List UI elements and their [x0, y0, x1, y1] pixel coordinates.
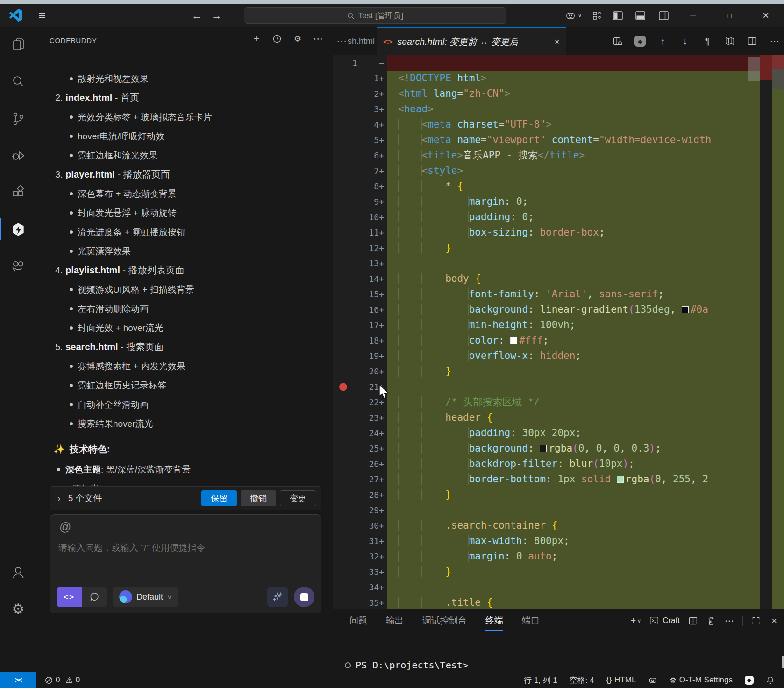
map-icon[interactable] — [724, 36, 735, 47]
tab-search-html-diff[interactable]: <> search.html: 变更前 ↔ 变更后 × — [377, 27, 566, 55]
toggle-sidebar-left-icon[interactable] — [607, 4, 628, 27]
code-line-content[interactable]: min-height: 100vh; — [387, 317, 784, 333]
search-sidebar-icon[interactable] — [0, 67, 36, 97]
editor-scrollbar-thumb[interactable] — [748, 57, 760, 81]
line-number-gutter[interactable]: 13+ — [333, 256, 387, 271]
open-preview-icon[interactable] — [612, 36, 623, 47]
code-line-content[interactable]: body { — [387, 271, 784, 287]
code-line-content[interactable]: .title { — [387, 595, 784, 609]
codebuddy-sidebar-icon[interactable] — [0, 215, 36, 244]
maximize-button[interactable]: □ — [711, 4, 748, 27]
code-line-content[interactable]: background: rgba(0, 0, 0, 0.3); — [387, 441, 784, 456]
line-number-gutter[interactable]: 1− — [333, 55, 387, 71]
chat-input-card[interactable]: @ 请输入问题，或输入 "/" 使用便捷指令 <> Default ∨ — [50, 514, 321, 613]
more-actions-icon[interactable]: ⋯ — [312, 33, 324, 45]
code-line-content[interactable]: <head> — [387, 101, 784, 117]
line-number-gutter[interactable]: 3+ — [333, 101, 387, 117]
panel-tab-problems[interactable]: 问题 — [349, 609, 367, 632]
code-line-content[interactable]: } — [387, 487, 784, 502]
undo-button[interactable]: 撤销 — [241, 490, 276, 506]
code-line-content[interactable]: } — [387, 364, 784, 379]
line-number-gutter[interactable]: 23+ — [333, 410, 387, 425]
notifications-bell-icon[interactable] — [766, 676, 775, 685]
otm-settings-status[interactable]: ⚙ O-T-M Settings — [670, 675, 733, 685]
more-actions-icon[interactable]: ⋯ — [769, 36, 780, 47]
menu-icon[interactable]: ≡ — [35, 8, 50, 23]
line-number-gutter[interactable]: 20+ — [333, 364, 387, 379]
code-line-content[interactable]: color: #fff; — [387, 333, 784, 348]
terminal-prompt-line[interactable]: PS D:\projects\Test> — [345, 659, 468, 671]
code-line-content[interactable]: backdrop-filter: blur(10px); — [387, 456, 784, 472]
tab-overflow-icon[interactable]: ⋯ — [335, 27, 349, 55]
code-line-content[interactable]: background: linear-gradient(135deg, #0a — [387, 302, 784, 317]
code-line-content[interactable]: .search-container { — [387, 518, 784, 533]
code-line-content[interactable]: max-width: 800px; — [387, 533, 784, 549]
kill-terminal-icon[interactable] — [706, 615, 716, 626]
code-line-content[interactable]: } — [387, 564, 784, 580]
close-tab-icon[interactable]: × — [554, 36, 560, 47]
source-control-icon[interactable] — [0, 104, 36, 134]
forward-icon[interactable]: → — [208, 7, 224, 23]
code-line-content[interactable] — [387, 256, 784, 271]
code-mode-button[interactable]: <> — [57, 587, 82, 607]
new-chat-icon[interactable]: + — [250, 33, 263, 45]
code-line-content[interactable]: <html lang="zh-CN"> — [387, 86, 784, 101]
keep-button[interactable]: 保留 — [201, 490, 237, 506]
code-line-content[interactable]: header { — [387, 410, 784, 425]
chevron-right-icon[interactable]: › — [57, 493, 61, 504]
line-number-gutter[interactable]: 4+ — [333, 117, 387, 132]
explorer-icon[interactable] — [0, 30, 36, 60]
line-number-gutter[interactable]: 35+ — [333, 595, 387, 609]
stop-button[interactable] — [294, 587, 314, 607]
line-number-gutter[interactable]: 7+ — [333, 163, 387, 179]
extensions-icon[interactable] — [0, 178, 36, 208]
mention-icon[interactable]: @ — [59, 520, 71, 534]
problems-status[interactable]: 0 ⚠ 0 — [45, 675, 80, 685]
line-number-gutter[interactable]: 24+ — [333, 425, 387, 441]
line-number-gutter[interactable]: 11+ — [333, 225, 387, 240]
line-number-gutter[interactable]: 5+ — [333, 132, 387, 148]
code-line-content[interactable] — [387, 502, 784, 518]
code-line-content[interactable]: <meta name="viewport" content="width=dev… — [387, 132, 784, 148]
run-debug-icon[interactable] — [0, 141, 36, 171]
new-terminal-icon[interactable]: + ∨ — [630, 615, 641, 626]
line-number-gutter[interactable]: 2+ — [333, 86, 387, 101]
whitespace-icon[interactable]: ¶ — [702, 36, 713, 47]
language-mode-status[interactable]: {} HTML — [606, 675, 636, 685]
codebuddy-titlebar-icon[interactable]: ∨ — [560, 4, 587, 27]
next-change-icon[interactable]: ↓ — [679, 36, 691, 47]
close-panel-icon[interactable]: × — [769, 615, 779, 626]
code-line-content[interactable]: padding: 0; — [387, 209, 784, 225]
panel-tab-terminal[interactable]: 终端 — [485, 609, 503, 632]
code-line-content[interactable]: <style> — [387, 163, 784, 179]
line-number-gutter[interactable]: 31+ — [333, 533, 387, 549]
line-number-gutter[interactable]: 1+ — [333, 71, 387, 86]
code-line-content[interactable]: <!DOCTYPE html> — [387, 71, 784, 86]
code-line-content[interactable]: * { — [387, 179, 784, 194]
code-line-content[interactable]: box-sizing: border-box; — [387, 225, 784, 240]
line-number-gutter[interactable]: 29+ — [333, 502, 387, 518]
breakpoint-dot[interactable] — [339, 383, 347, 391]
line-number-gutter[interactable]: 19+ — [333, 348, 387, 364]
code-line-content[interactable]: /* 头部搜索区域 */ — [387, 394, 784, 410]
terminal-scrollbar[interactable] — [782, 656, 784, 668]
indentation-status[interactable]: 空格: 4 — [570, 675, 594, 686]
code-line-content[interactable]: margin: 0; — [387, 194, 784, 209]
line-number-gutter[interactable]: 15+ — [333, 287, 387, 302]
line-number-gutter[interactable]: 34+ — [333, 580, 387, 595]
code-line-content[interactable]: margin: 0 auto; — [387, 549, 784, 564]
codebuddy-diff-icon[interactable]: ◆ — [634, 36, 646, 47]
cursor-position-status[interactable]: 行 1, 列 1 — [524, 675, 557, 686]
command-center-search[interactable]: Test [管理员] — [244, 7, 506, 24]
model-selector[interactable]: Default ∨ — [113, 587, 178, 607]
maximize-panel-icon[interactable] — [751, 615, 761, 626]
code-line-content[interactable] — [387, 379, 784, 394]
code-line-content[interactable] — [387, 580, 784, 595]
line-number-gutter[interactable]: 8+ — [333, 179, 387, 194]
line-number-gutter[interactable]: 27+ — [333, 472, 387, 487]
toggle-sidebar-right-icon[interactable] — [652, 4, 675, 27]
previous-change-icon[interactable]: ↑ — [657, 36, 668, 47]
back-icon[interactable]: ← — [189, 7, 205, 23]
enhance-prompt-button[interactable] — [267, 587, 288, 607]
line-number-gutter[interactable]: 26+ — [333, 456, 387, 472]
